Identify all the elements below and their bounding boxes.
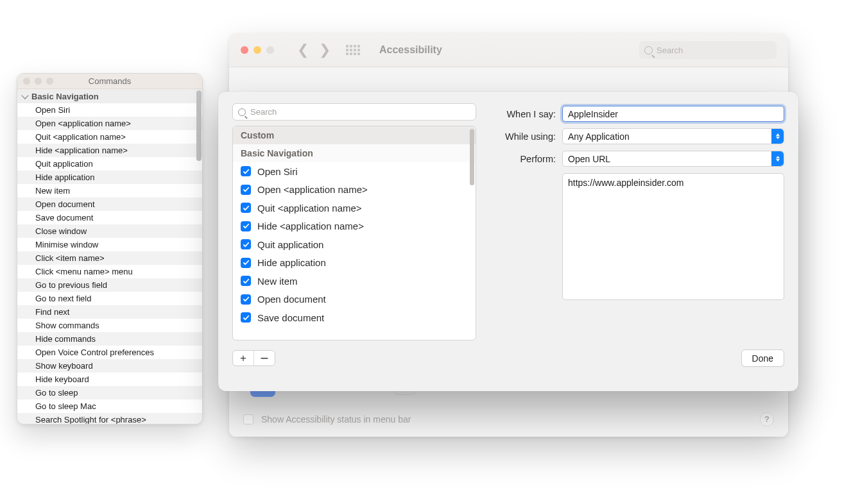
sheet-command-row[interactable]: Hide <application name> (233, 217, 476, 236)
commands-item[interactable]: Go to next field (17, 292, 202, 305)
scrollbar[interactable] (196, 90, 202, 161)
sheet-left-column: Search Custom Basic Navigation Open Siri… (232, 103, 476, 340)
minimize-icon[interactable] (35, 78, 42, 85)
sheet-command-label: Open document (257, 294, 326, 305)
commands-group-label: Basic Navigation (31, 92, 99, 101)
commands-item[interactable]: Go to sleep Mac (17, 399, 202, 413)
checkbox-checked-icon[interactable] (241, 166, 251, 176)
commands-item[interactable]: Close window (17, 224, 202, 238)
sheet-search[interactable]: Search (232, 103, 476, 121)
sheet-command-row[interactable]: Open <application name> (233, 181, 476, 199)
checkbox-checked-icon[interactable] (241, 294, 251, 305)
back-button[interactable]: ❮ (297, 43, 309, 57)
sheet-footer: + − Done (232, 349, 784, 367)
commands-item[interactable]: Hide keyboard (17, 373, 202, 386)
remove-button[interactable]: − (254, 351, 275, 365)
minimize-icon[interactable] (253, 46, 261, 54)
commands-item[interactable]: Show commands (17, 319, 202, 332)
commands-item[interactable]: Minimise window (17, 238, 202, 251)
sheet-command-row[interactable]: Save document (233, 308, 476, 327)
commands-item[interactable]: Find next (17, 305, 202, 319)
popup-arrows-icon (771, 151, 784, 166)
sheet-command-label: Open <application name> (257, 184, 368, 195)
section-custom[interactable]: Custom (233, 126, 476, 144)
commands-item[interactable]: Go to previous field (17, 278, 202, 292)
commands-body: Basic Navigation Open SiriOpen <applicat… (17, 89, 202, 424)
commands-item[interactable]: New item (17, 184, 202, 197)
sheet-command-row[interactable]: Quit <application name> (233, 199, 476, 217)
sheet-command-label: Hide application (257, 257, 326, 268)
commands-item[interactable]: Show keyboard (17, 359, 202, 373)
checkbox-checked-icon[interactable] (241, 312, 251, 323)
zoom-icon[interactable] (266, 46, 274, 54)
commands-item[interactable]: Open <application name> (17, 117, 202, 130)
done-button[interactable]: Done (741, 349, 784, 367)
show-all-icon[interactable] (346, 45, 360, 55)
commands-item[interactable]: Quit application (17, 157, 202, 171)
sheet-command-label: New item (257, 276, 298, 287)
forward-button[interactable]: ❯ (319, 43, 331, 57)
commands-item[interactable]: Quit <application name> (17, 130, 202, 144)
perform-label: Perform: (488, 154, 556, 164)
when-i-say-label: When I say: (488, 109, 556, 119)
chevron-down-icon (21, 92, 28, 99)
commands-sheet: Search Custom Basic Navigation Open Siri… (218, 92, 798, 391)
sheet-command-row[interactable]: Hide application (233, 254, 476, 273)
preferences-toolbar: ❮ ❯ Accessibility Search (229, 33, 788, 67)
sheet-search-placeholder: Search (250, 107, 277, 117)
checkbox-checked-icon[interactable] (241, 276, 251, 286)
when-i-say-input[interactable]: AppleInsider (562, 106, 784, 122)
add-remove-group: + − (232, 350, 275, 366)
url-textarea[interactable]: https://www.appleinsider.com (562, 173, 784, 300)
close-icon[interactable] (241, 46, 248, 54)
commands-item[interactable]: Hide commands (17, 332, 202, 346)
commands-item[interactable]: Search Spotlight for <phrase> (17, 413, 202, 424)
status-menubar-checkbox[interactable] (243, 414, 253, 424)
sheet-command-label: Save document (257, 312, 324, 323)
while-using-popup[interactable]: Any Application (562, 128, 784, 144)
commands-item[interactable]: Save document (17, 211, 202, 224)
sheet-command-list: Custom Basic Navigation Open SiriOpen <a… (232, 126, 476, 340)
commands-item[interactable]: Hide <application name> (17, 144, 202, 157)
commands-window: Commands Basic Navigation Open SiriOpen … (17, 73, 203, 424)
toolbar-search-placeholder: Search (657, 46, 683, 55)
close-icon[interactable] (23, 78, 30, 85)
scrollbar[interactable] (470, 129, 474, 185)
commands-item[interactable]: Hide application (17, 171, 202, 184)
checkbox-checked-icon[interactable] (241, 258, 251, 268)
sheet-command-row[interactable]: Open document (233, 290, 476, 309)
search-icon (644, 46, 653, 55)
commands-titlebar[interactable]: Commands (17, 74, 202, 89)
checkbox-checked-icon[interactable] (241, 185, 251, 195)
perform-popup[interactable]: Open URL (562, 151, 784, 167)
help-button[interactable]: ? (760, 412, 774, 426)
checkbox-checked-icon[interactable] (241, 239, 251, 249)
popup-arrows-icon (771, 129, 784, 144)
commands-item[interactable]: Open document (17, 197, 202, 211)
section-basic-navigation[interactable]: Basic Navigation (233, 144, 476, 162)
sheet-command-label: Quit application (257, 239, 323, 250)
toolbar-search[interactable]: Search (639, 41, 777, 59)
commands-item[interactable]: Open Siri (17, 103, 202, 117)
commands-item[interactable]: Go to sleep (17, 386, 202, 399)
commands-item[interactable]: Click <menu name> menu (17, 265, 202, 278)
sheet-command-row[interactable]: Quit application (233, 235, 476, 254)
sheet-command-row[interactable]: Open Siri (233, 162, 476, 181)
checkbox-checked-icon[interactable] (241, 221, 251, 231)
commands-list: Open SiriOpen <application name>Quit <ap… (17, 103, 202, 424)
sheet-command-row[interactable]: New item (233, 272, 476, 290)
add-button[interactable]: + (233, 351, 253, 365)
checkbox-checked-icon[interactable] (241, 203, 251, 213)
status-menubar-label: Show Accessibility status in menu bar (261, 414, 411, 424)
sheet-command-label: Quit <application name> (257, 203, 362, 214)
window-title: Accessibility (379, 44, 442, 56)
sheet-command-label: Hide <application name> (257, 221, 364, 231)
commands-item[interactable]: Click <item name> (17, 251, 202, 265)
search-icon (238, 108, 246, 116)
while-using-label: While using: (488, 131, 556, 142)
zoom-icon[interactable] (46, 78, 53, 85)
sheet-right-column: When I say: AppleInsider While using: An… (488, 103, 784, 340)
commands-group-header[interactable]: Basic Navigation (17, 89, 202, 103)
sheet-command-label: Open Siri (257, 166, 298, 177)
commands-item[interactable]: Open Voice Control preferences (17, 346, 202, 359)
